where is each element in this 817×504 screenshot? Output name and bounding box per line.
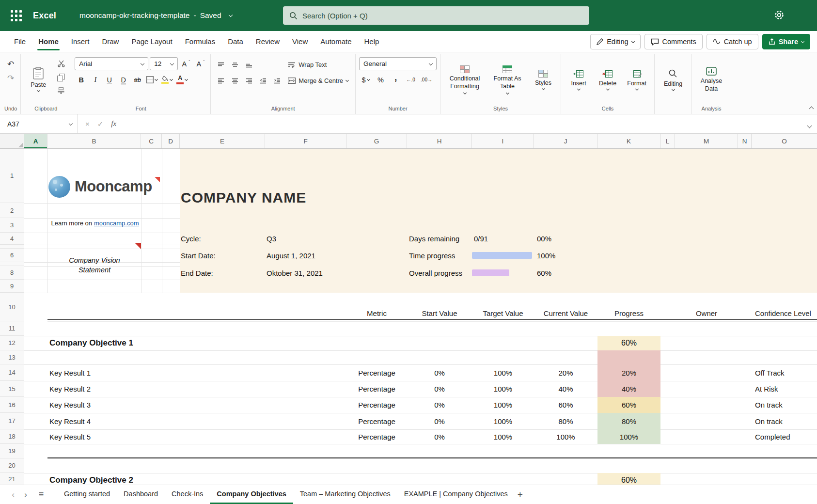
cell-days-remaining-label[interactable]: Days remaining	[409, 233, 459, 245]
font-color-button[interactable]: A	[175, 73, 189, 86]
cell-kr2-label[interactable]: Key Result 2	[49, 381, 166, 397]
cell-kr4-progress[interactable]: 80%	[597, 413, 660, 429]
copy-button[interactable]	[55, 71, 67, 83]
wrap-text-button[interactable]: Wrap Text	[284, 58, 330, 71]
cell-kr5-current[interactable]: 100%	[534, 429, 597, 444]
share-button[interactable]: Share	[762, 34, 810, 49]
cell-vision-statement[interactable]: Company Vision Statement	[58, 255, 131, 275]
search-bar[interactable]	[283, 6, 589, 25]
expand-formula-bar-button[interactable]	[808, 122, 811, 129]
align-bottom-button[interactable]	[242, 58, 255, 71]
conditional-formatting-button[interactable]: Conditional Formatting	[444, 56, 486, 103]
cell-kr2-start[interactable]: 0%	[407, 381, 472, 397]
cell-styles-button[interactable]: Styles	[529, 56, 557, 103]
table-header-target-value[interactable]: Target Value	[472, 307, 534, 319]
cell-kr5-progress[interactable]: 100%	[597, 429, 660, 444]
column-header-f[interactable]: F	[265, 134, 346, 148]
cell-end-date-value[interactable]: Oktober 31, 2021	[267, 266, 323, 280]
sheet-tab-dashboard[interactable]: Dashboard	[117, 485, 165, 504]
cell-kr3-target[interactable]: 100%	[472, 397, 534, 413]
cell-objective2-progress[interactable]: 60%	[597, 473, 660, 485]
column-header-g[interactable]: G	[346, 134, 407, 148]
font-size-select[interactable]: 12	[150, 57, 178, 70]
cell-kr5-confidence[interactable]: Completed	[755, 429, 816, 444]
table-header-progress[interactable]: Progress	[597, 307, 660, 319]
cell-cycle-label[interactable]: Cycle:	[181, 233, 201, 245]
tab-view[interactable]: View	[286, 31, 314, 52]
column-header-m[interactable]: M	[675, 134, 738, 148]
cell-kr1-confidence[interactable]: Off Track	[755, 364, 816, 381]
cell-kr4-current[interactable]: 80%	[534, 413, 597, 429]
column-header-b[interactable]: B	[47, 134, 141, 148]
cell-days-remaining-value[interactable]: 0/91	[474, 233, 488, 245]
cell-time-progress-label[interactable]: Time progress	[409, 249, 455, 262]
column-header-o[interactable]: O	[752, 134, 817, 148]
cell-time-progress-pct[interactable]: 100%	[537, 249, 555, 262]
tab-automate[interactable]: Automate	[314, 31, 358, 52]
italic-button[interactable]: I	[89, 73, 102, 86]
cell-kr2-current[interactable]: 40%	[534, 381, 597, 397]
tab-review[interactable]: Review	[250, 31, 286, 52]
cell-kr3-metric[interactable]: Percentage	[346, 397, 407, 413]
cell-learn-more[interactable]: Learn more on mooncamp.com	[44, 218, 146, 228]
tab-data[interactable]: Data	[221, 31, 250, 52]
cell-kr3-confidence[interactable]: On track	[755, 397, 816, 413]
cell-kr1-target[interactable]: 100%	[472, 364, 534, 381]
cell-kr3-progress[interactable]: 60%	[597, 397, 660, 413]
format-as-table-button[interactable]: Format As Table	[487, 56, 528, 103]
sheet-tab-company-objectives[interactable]: Company Objectives	[210, 485, 293, 504]
column-header-k[interactable]: K	[597, 134, 660, 148]
add-sheet-button[interactable]: +	[514, 489, 527, 500]
cell-progress-empty[interactable]	[597, 350, 660, 364]
format-cells-button[interactable]: Format	[623, 56, 651, 103]
align-top-button[interactable]	[214, 58, 227, 71]
insert-cells-button[interactable]: Insert	[565, 56, 593, 103]
formula-input[interactable]	[124, 114, 817, 133]
comma-format-button[interactable]: ,	[389, 73, 402, 86]
fill-color-button[interactable]	[160, 73, 174, 86]
table-header-metric[interactable]: Metric	[346, 307, 407, 319]
cell-kr5-start[interactable]: 0%	[407, 429, 472, 444]
cell-cycle-value[interactable]: Q3	[267, 233, 276, 245]
align-center-button[interactable]	[228, 74, 241, 87]
next-sheet-button[interactable]: ›	[19, 488, 32, 501]
row-header-6[interactable]: 6	[0, 249, 24, 262]
currency-format-button[interactable]: $	[359, 73, 372, 86]
cell-kr2-metric[interactable]: Percentage	[346, 381, 407, 397]
cell-kr2-confidence[interactable]: At Risk	[755, 381, 816, 397]
tab-home[interactable]: Home	[32, 31, 65, 52]
row-header-17[interactable]: 17	[0, 413, 24, 429]
column-header-i[interactable]: I	[472, 134, 534, 148]
cell-objective1-label[interactable]: Company Objective 1	[49, 336, 166, 350]
select-all-corner[interactable]	[0, 134, 24, 148]
format-painter-button[interactable]	[55, 85, 67, 97]
align-right-button[interactable]	[242, 74, 255, 87]
cut-button[interactable]	[55, 58, 67, 70]
cell-kr5-target[interactable]: 100%	[472, 429, 534, 444]
settings-button[interactable]	[773, 9, 785, 21]
cell-kr1-current[interactable]: 20%	[534, 364, 597, 381]
decrease-decimal-button[interactable]: .00→	[419, 73, 434, 86]
cell-kr4-confidence[interactable]: On track	[755, 413, 816, 429]
tab-page-layout[interactable]: Page Layout	[125, 31, 178, 52]
undo-button[interactable]: ↶	[7, 59, 14, 69]
insert-function-button[interactable]: fx	[111, 120, 116, 128]
cell-kr2-target[interactable]: 100%	[472, 381, 534, 397]
decrease-indent-button[interactable]	[256, 74, 269, 87]
cell-kr2-progress[interactable]: 40%	[597, 381, 660, 397]
cell-kr4-metric[interactable]: Percentage	[346, 413, 407, 429]
confirm-entry-button[interactable]: ✓	[97, 120, 104, 128]
align-left-button[interactable]	[214, 74, 227, 87]
cell-kr4-label[interactable]: Key Result 4	[49, 413, 166, 429]
row-header-4[interactable]: 4	[0, 233, 24, 245]
mooncamp-logo[interactable]: Mooncamp	[48, 175, 160, 198]
increase-decimal-button[interactable]: ←.0	[404, 73, 417, 86]
column-header-l[interactable]: L	[660, 134, 675, 148]
row-header-16[interactable]: 16	[0, 397, 24, 413]
analyse-data-button[interactable]: Analyse Data	[695, 56, 727, 103]
cell-kr4-target[interactable]: 100%	[472, 413, 534, 429]
sheet-tab-team-marketing[interactable]: Team – Marketing Objectives	[293, 485, 397, 504]
cell-kr1-metric[interactable]: Percentage	[346, 364, 407, 381]
merge-centre-button[interactable]: Merge & Centre	[284, 74, 352, 87]
decrease-font-size-button[interactable]: Aˇ	[194, 57, 207, 70]
